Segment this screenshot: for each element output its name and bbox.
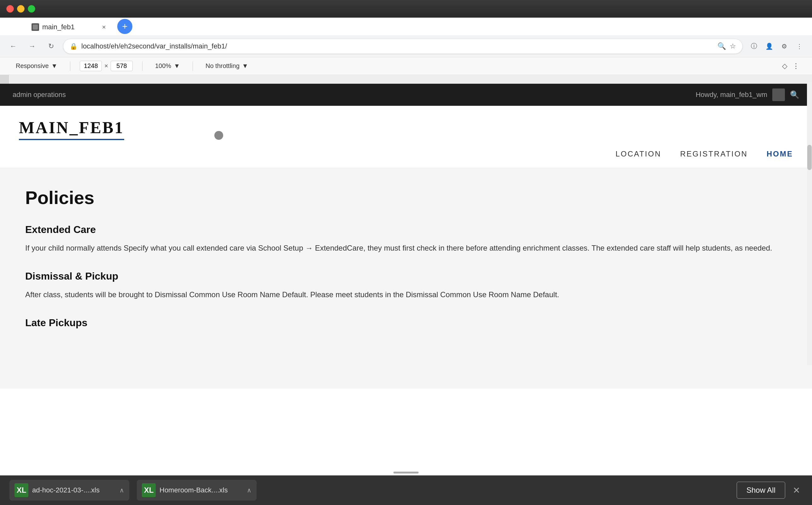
profile-icon[interactable]: 👤 <box>763 40 776 52</box>
more-options-icon[interactable]: ⋮ <box>793 62 799 70</box>
ruler-corner <box>0 75 9 84</box>
tab-bar: main_feb1 ✕ + <box>0 19 812 35</box>
website-content: admin operations Howdy, main_feb1_wm 🔍 M… <box>0 84 812 388</box>
devtools-separator <box>70 61 70 71</box>
throttling-label: No throttling <box>206 62 240 69</box>
ruler-area <box>0 75 812 84</box>
late-pickups-heading: Late Pickups <box>25 317 787 329</box>
zoom-label: 100% <box>155 62 171 69</box>
bottom-bar-right: Show All ✕ <box>737 482 803 499</box>
viewport-mode-selector[interactable]: Responsive ▼ <box>13 60 61 71</box>
site-header: MAIN_FEB1 LOCATION REGISTRATION HOME <box>0 106 812 168</box>
download-name-2: Homeroom-Back....xls <box>159 486 243 494</box>
download-icon-1: XL <box>14 483 28 497</box>
nav-location[interactable]: LOCATION <box>616 150 661 158</box>
extended-care-heading: Extended Care <box>25 224 787 235</box>
scrollbar-track <box>807 82 812 365</box>
admin-bar-title: admin operations <box>13 91 66 99</box>
fullscreen-button[interactable] <box>28 5 35 13</box>
scrollbar-thumb[interactable] <box>807 145 812 170</box>
throttling-dropdown-icon: ▼ <box>242 62 248 69</box>
active-tab[interactable]: main_feb1 ✕ <box>25 19 113 35</box>
download-name-1: ad-hoc-2021-03-....xls <box>32 486 116 494</box>
bookmark-icon: ☆ <box>730 42 736 50</box>
nav-registration[interactable]: REGISTRATION <box>680 150 748 158</box>
horizontal-ruler <box>9 75 812 83</box>
download-item-1[interactable]: XL ad-hoc-2021-03-....xls ∧ <box>9 480 129 501</box>
download-chevron-1[interactable]: ∧ <box>119 486 124 494</box>
admin-howdy: Howdy, main_feb1_wm <box>696 91 767 99</box>
site-nav: LOCATION REGISTRATION HOME <box>19 146 793 162</box>
viewport-dropdown-icon: ▼ <box>51 62 58 69</box>
admin-search-icon[interactable]: 🔍 <box>790 91 799 99</box>
forward-button[interactable]: → <box>25 39 39 53</box>
screenshot-icon[interactable]: ◇ <box>782 62 787 70</box>
zoom-dropdown-icon: ▼ <box>174 62 180 69</box>
site-logo[interactable]: MAIN_FEB1 <box>19 118 124 140</box>
new-tab-button[interactable]: + <box>117 19 132 34</box>
page-title: Policies <box>25 187 787 208</box>
devtools-separator-2 <box>142 61 142 71</box>
viewport-dimensions: × <box>80 61 133 71</box>
admin-avatar[interactable] <box>772 89 785 101</box>
tab-favicon <box>31 23 39 31</box>
main-content: Policies Extended Care If your child nor… <box>0 168 812 388</box>
lock-icon: 🔒 <box>70 42 78 50</box>
traffic-lights <box>6 5 35 13</box>
close-downloads-button[interactable]: ✕ <box>790 483 803 498</box>
dimension-separator: × <box>104 62 108 69</box>
download-chevron-2[interactable]: ∧ <box>247 486 251 494</box>
refresh-button[interactable]: ↻ <box>44 39 58 53</box>
more-icon[interactable]: ⋮ <box>793 40 806 52</box>
devtools-separator-3 <box>193 61 193 71</box>
minimize-button[interactable] <box>17 5 25 13</box>
header-dot <box>214 131 223 140</box>
devtools-right-actions: ◇ ⋮ <box>782 62 799 70</box>
tab-close-button[interactable]: ✕ <box>100 24 107 30</box>
zoom-selector[interactable]: 100% ▼ <box>152 60 183 71</box>
devtools-bar: Responsive ▼ × 100% ▼ No throttling ▼ ◇ … <box>0 57 812 75</box>
browser-toolbar: ⓘ 👤 ⚙ ⋮ <box>748 40 806 52</box>
viewport-mode-label: Responsive <box>16 62 49 69</box>
resize-handle[interactable] <box>393 472 419 474</box>
url-text: localhost/eh/eh2second/var_installs/main… <box>81 42 714 50</box>
tab-title: main_feb1 <box>42 23 97 31</box>
address-bar[interactable]: 🔒 localhost/eh/eh2second/var_installs/ma… <box>63 39 743 54</box>
show-all-button[interactable]: Show All <box>737 482 785 499</box>
close-button[interactable] <box>6 5 14 13</box>
back-button[interactable]: ← <box>6 39 20 53</box>
dismissal-pickup-heading: Dismissal & Pickup <box>25 271 787 282</box>
admin-bar-right: Howdy, main_feb1_wm 🔍 <box>696 89 799 101</box>
svg-rect-0 <box>33 25 38 30</box>
search-icon: 🔍 <box>717 42 726 50</box>
width-input[interactable] <box>80 61 102 71</box>
bottom-bar: XL ad-hoc-2021-03-....xls ∧ XL Homeroom-… <box>0 475 812 505</box>
title-bar <box>0 0 812 18</box>
download-icon-2: XL <box>142 483 156 497</box>
site-header-inner: MAIN_FEB1 <box>19 118 793 146</box>
height-input[interactable] <box>111 61 133 71</box>
extended-care-text: If your child normally attends Specify w… <box>25 242 787 255</box>
download-item-2[interactable]: XL Homeroom-Back....xls ∧ <box>137 480 257 501</box>
address-bar-row: ← → ↻ 🔒 localhost/eh/eh2second/var_insta… <box>0 35 812 57</box>
dismissal-pickup-text: After class, students will be brought to… <box>25 288 787 301</box>
throttling-selector[interactable]: No throttling ▼ <box>202 60 251 71</box>
extensions-icon[interactable]: ⓘ <box>748 40 760 52</box>
nav-home[interactable]: HOME <box>767 150 793 158</box>
admin-bar: admin operations Howdy, main_feb1_wm 🔍 <box>0 84 812 106</box>
settings-icon[interactable]: ⚙ <box>778 40 791 52</box>
